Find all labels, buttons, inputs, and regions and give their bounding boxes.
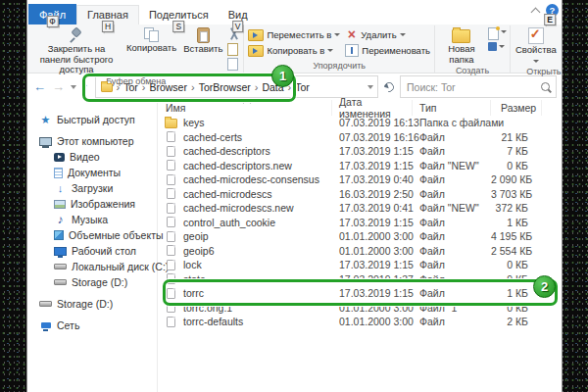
copy-path-icon[interactable]	[227, 43, 238, 56]
new-folder-button[interactable]: Новая папка	[437, 25, 486, 66]
group-label-open: Открыть	[513, 67, 562, 78]
file-type: Файл "NEW"	[413, 202, 491, 214]
rename-icon	[345, 44, 359, 57]
paste-button[interactable]: Вставить	[180, 25, 225, 56]
file-row-geoip[interactable]: geoip 01.01.2000 3:00 Файл 4 195 КБ	[158, 229, 562, 244]
file-row-cached-descriptors.new[interactable]: cached-descriptors.new 17.03.2019 1:15 Ф…	[158, 159, 562, 173]
column-header-date[interactable]: Дата изменения	[332, 100, 413, 116]
sidebar-item-11[interactable]: Storage (D:)	[27, 296, 157, 312]
copy-to-icon	[248, 45, 264, 57]
file-size: 21 КБ	[491, 131, 542, 143]
breadcrumb-item[interactable]: Tor	[292, 81, 313, 93]
file-menu-button[interactable]: Файл Ф	[28, 4, 76, 24]
file-date: 17.03.2019 1:15	[332, 160, 413, 172]
file-type: Файл	[413, 188, 491, 200]
delete-button[interactable]: Удалить	[343, 27, 432, 42]
tab-0[interactable]: Главная H	[76, 5, 139, 24]
file-row-cached-microdesc-consensus[interactable]: cached-microdesc-consensus 17.03.2019 0:…	[158, 172, 562, 187]
address-dropdown-icon[interactable]	[368, 85, 373, 92]
file-size: 1 КБ	[491, 217, 542, 228]
sidebar-item-9[interactable]: Локальный диск (C:)	[27, 259, 157, 274]
file-size: 372 КБ	[491, 202, 542, 214]
move-to-label: Переместить в	[267, 29, 331, 40]
file-type: Папка с файлами	[413, 117, 491, 128]
breadcrumb-item[interactable]: Data	[259, 81, 286, 93]
ribbon-tabs: Главная H Поделиться S Вид V	[76, 5, 258, 24]
file-size: 2 КБ	[491, 316, 542, 327]
disk-icon	[39, 301, 52, 307]
dropdown-arrow-icon	[327, 49, 333, 55]
file-name: control_auth_cookie	[183, 217, 275, 228]
file-size: 2 090 КБ	[491, 173, 542, 185]
sidebar-item-8[interactable]: Рабочий стол	[27, 243, 157, 259]
ribbon-group-organize: Переместить в Копировать в Удалить	[243, 25, 434, 73]
paste-shortcut-icon[interactable]	[227, 58, 238, 71]
file-name: geoip	[183, 230, 209, 242]
file-row-cached-microdescs[interactable]: cached-microdescs 16.03.2019 2:50 Файл 3…	[158, 187, 562, 202]
group-label-clipboard: Буфер обмена	[30, 76, 241, 88]
search-input[interactable]: Поиск: Tor	[400, 75, 557, 98]
file-date: 17.03.2019 1:15	[332, 287, 413, 299]
tab-1[interactable]: Поделиться S	[139, 6, 219, 24]
file-name: torrc.orig.1	[183, 302, 232, 314]
sidebar-item-5[interactable]: Изображения	[27, 196, 157, 212]
file-row-cached-microdescs.new[interactable]: cached-microdescs.new 17.03.2019 0:41 Фа…	[158, 201, 562, 216]
copy-button[interactable]: Копировать	[123, 25, 179, 55]
file-size: 0 КБ	[491, 302, 542, 314]
properties-button[interactable]: Свойства	[513, 25, 560, 67]
column-header-size-label: Размер	[501, 102, 536, 114]
tab-label: Вид	[228, 9, 248, 21]
dropdown-arrow-icon	[400, 33, 406, 39]
new-item-button[interactable]	[488, 27, 507, 40]
sidebar-item-0[interactable]: Быстрый доступ	[27, 112, 157, 127]
file-row-state[interactable]: state 17.03.2019 1:37 Файл 9 КБ	[158, 272, 562, 287]
tab-label: Поделиться	[149, 9, 209, 21]
column-header-type[interactable]: Тип	[413, 100, 491, 116]
file-rows: keys 07.03.2019 16:13 Папка с файлами ca…	[158, 116, 562, 329]
file-row-torrc.orig.1[interactable]: torrc.orig.1 01.01.2000 3:00 Файл "1" 0 …	[158, 301, 562, 316]
file-icon	[167, 174, 175, 185]
column-header-size[interactable]: Размер	[491, 100, 542, 116]
sidebar-item-4[interactable]: Загрузки	[27, 180, 157, 196]
search-icon	[541, 82, 550, 91]
delete-icon	[345, 28, 358, 41]
pin-to-quick-access-button[interactable]: Закрепить на панели быстрого доступа	[30, 25, 122, 76]
file-row-lock[interactable]: lock 17.03.2019 1:15 Файл 0 КБ	[158, 258, 562, 272]
file-date: 17.03.2019 1:15	[332, 145, 413, 157]
rename-button[interactable]: Переименовать	[343, 43, 432, 58]
sidebar-item-3[interactable]: Документы	[27, 165, 157, 180]
file-date: 17.03.2019 1:15	[332, 259, 413, 270]
minimize-ribbon-icon[interactable]	[531, 7, 541, 17]
file-row-torrc[interactable]: torrc 17.03.2019 1:15 Файл 1 КБ	[158, 286, 562, 301]
paste-label: Вставить	[183, 44, 222, 55]
file-row-geoip6[interactable]: geoip6 01.01.2000 3:00 Файл 2 554 КБ	[158, 244, 562, 259]
file-row-cached-descriptors[interactable]: cached-descriptors 17.03.2019 1:15 Файл …	[158, 144, 562, 159]
sidebar-item-7[interactable]: Объемные объекты	[27, 227, 157, 243]
search-placeholder: Поиск: Tor	[407, 81, 456, 93]
column-header-name[interactable]: Имя	[158, 100, 332, 116]
copy-to-button[interactable]: Копировать в	[246, 43, 342, 58]
easy-access-button[interactable]	[488, 42, 507, 51]
file-date: 17.03.2019 0:41	[332, 202, 413, 214]
help-icon[interactable]: Е	[546, 4, 559, 17]
move-to-icon	[248, 29, 264, 41]
easy-access-icon	[488, 42, 497, 51]
file-row-torrc-defaults[interactable]: torrc-defaults 01.01.2000 3:00 Файл 2 КБ	[158, 315, 562, 329]
sidebar-item-6[interactable]: Музыка	[27, 212, 157, 227]
sidebar-item-10[interactable]: Storage (D:)	[27, 274, 157, 290]
sidebar-item-2[interactable]: Видео	[27, 149, 157, 165]
new-folder-icon	[452, 29, 470, 43]
sidebar-item-1[interactable]: Этот компьютер	[27, 133, 157, 149]
file-row-cached-certs[interactable]: cached-certs 07.03.2019 16:16 Файл 21 КБ	[158, 130, 562, 145]
tab-2[interactable]: Вид V	[219, 6, 258, 24]
sidebar-item-12[interactable]: Сеть	[27, 318, 157, 333]
file-row-control_auth_cookie[interactable]: control_auth_cookie 17.03.2019 1:15 Файл…	[158, 216, 562, 230]
dropdown-arrow-icon	[334, 33, 340, 39]
sort-ascending-icon	[243, 99, 251, 107]
file-icon	[167, 260, 175, 270]
file-size: 3 703 КБ	[491, 188, 542, 200]
refresh-icon[interactable]	[382, 80, 396, 94]
move-to-button[interactable]: Переместить в	[246, 27, 342, 42]
file-type: Файл "NEW"	[413, 160, 491, 172]
documents-icon	[54, 168, 63, 178]
